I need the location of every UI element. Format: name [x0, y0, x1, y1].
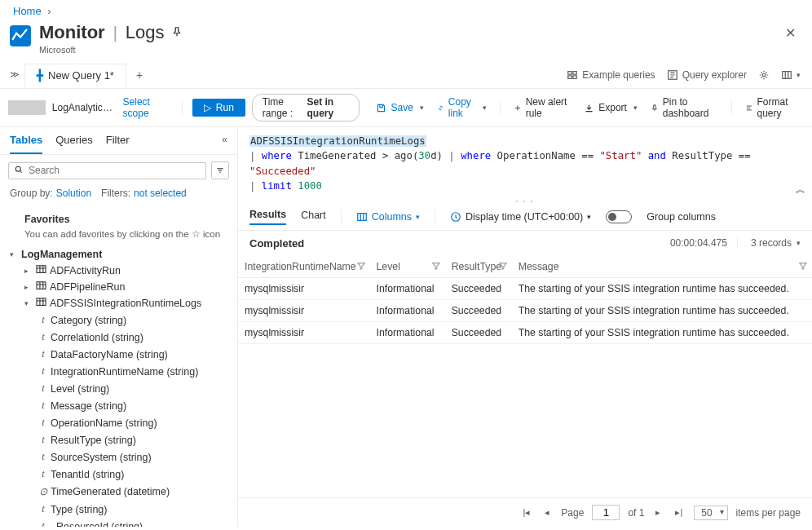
new-alert-button[interactable]: New alert rule — [510, 95, 574, 121]
query-explorer-button[interactable]: Query explorer — [667, 69, 747, 81]
results-tab[interactable]: Results — [249, 209, 286, 225]
filters-value[interactable]: not selected — [134, 188, 187, 199]
tree-column[interactable]: tCorrelationId (string) — [0, 329, 237, 346]
time-range-picker[interactable]: Time range : Set in query — [252, 94, 360, 121]
tree-column[interactable]: ⊙TimeGenerated (datetime) — [0, 483, 237, 501]
pager-first[interactable]: |◂ — [519, 506, 533, 519]
tree-table[interactable]: ▸ADFPipelineRun — [0, 279, 237, 295]
table-icon — [36, 281, 46, 293]
group-by-value[interactable]: Solution — [56, 188, 91, 199]
sidebar-tab-tables[interactable]: Tables — [10, 134, 42, 154]
tree-table[interactable]: ▾ADFSSISIntegrationRuntimeLogs — [0, 295, 237, 311]
save-button[interactable]: Save — [373, 100, 426, 115]
collapse-editor-icon[interactable]: ︽ — [796, 182, 805, 197]
column-header[interactable]: Level — [370, 256, 445, 278]
tree-column[interactable]: t_ResourceId (string) — [0, 518, 237, 527]
filter-icon[interactable] — [357, 261, 365, 272]
tree-column[interactable]: tIntegrationRuntimeName (string) — [0, 363, 237, 380]
table-row[interactable]: mysqlmissisirInformationalSucceededThe s… — [238, 299, 812, 321]
new-tab-button[interactable]: + — [126, 64, 152, 86]
sidebar-tab-filter[interactable]: Filter — [106, 134, 130, 154]
favorites-heading: Favorites — [0, 209, 237, 227]
table-row[interactable]: mysqlmissisirInformationalSucceededThe s… — [238, 321, 812, 343]
filter-icon[interactable] — [799, 261, 807, 272]
display-time-picker[interactable]: Display time (UTC+00:00)▾ — [450, 211, 591, 223]
run-button[interactable]: ▷ Run — [192, 99, 245, 117]
tree-column[interactable]: tOperationName (string) — [0, 414, 237, 431]
monitor-icon — [10, 25, 31, 46]
pin-dashboard-button[interactable]: Pin to dashboard — [647, 95, 722, 121]
pager-size-select[interactable]: 50 — [694, 506, 727, 520]
group-columns-label: Group columns — [647, 211, 716, 223]
status-row: Completed 00:00:04.475 3 records ▾ — [238, 231, 812, 256]
tree-column[interactable]: tSourceSystem (string) — [0, 448, 237, 466]
page-title: Monitor — [39, 22, 105, 43]
org-label: Microsoft — [39, 45, 782, 55]
table-row[interactable]: mysqlmissisirInformationalSucceededThe s… — [238, 277, 812, 299]
collapse-sidebar-icon[interactable]: « — [222, 134, 227, 154]
column-header[interactable]: ResultType — [445, 256, 512, 278]
table-icon — [36, 265, 46, 276]
format-query-button[interactable]: Format query — [742, 95, 804, 121]
chevron-down-icon[interactable]: ▾ — [797, 239, 801, 247]
table-icon — [36, 298, 46, 309]
tree-column[interactable]: tType (string) — [0, 501, 237, 518]
column-header[interactable]: IntegrationRuntimeName — [238, 256, 370, 278]
pager-last[interactable]: ▸| — [672, 506, 686, 519]
svg-rect-1 — [573, 71, 576, 74]
pager-prev[interactable]: ◂ — [541, 506, 553, 519]
filter-icon[interactable] — [499, 261, 507, 272]
svg-rect-6 — [783, 71, 792, 78]
page-subtitle: Logs — [126, 22, 165, 43]
schema-tree: Favorites You can add favorites by click… — [0, 205, 237, 527]
group-by-label: Group by: — [10, 188, 53, 199]
tree-column[interactable]: tDataFactoryName (string) — [0, 346, 237, 363]
columns-picker[interactable]: Columns▾ — [356, 211, 420, 223]
tree-table[interactable]: ▸ADFActivityRun — [0, 263, 237, 279]
search-input[interactable] — [29, 165, 201, 176]
expand-sidebar-icon[interactable]: ≫ — [5, 69, 24, 80]
query-table-token: ADFSSISIntegrationRuntimeLogs — [249, 135, 426, 147]
workspace-name[interactable]: LogAnalyticsWo… — [52, 102, 113, 113]
svg-rect-0 — [568, 71, 571, 74]
tree-column[interactable]: tCategory (string) — [0, 311, 237, 329]
elapsed-time: 00:00:04.475 — [670, 237, 727, 249]
select-scope-link[interactable]: Select scope — [123, 96, 165, 119]
query-tab-strip: ≫ ╋ New Query 1* + Example queries Query… — [0, 61, 812, 89]
pager-page-input[interactable] — [592, 505, 620, 520]
filter-icon[interactable] — [432, 261, 440, 272]
panels-icon[interactable]: ▾ — [781, 69, 801, 81]
tree-column[interactable]: tLevel (string) — [0, 380, 237, 397]
export-button[interactable]: Export — [580, 100, 641, 115]
pager-next[interactable]: ▸ — [652, 506, 664, 519]
example-queries-button[interactable]: Example queries — [567, 69, 655, 81]
record-count: 3 records — [751, 237, 792, 249]
svg-point-5 — [762, 73, 766, 77]
query-tab-active[interactable]: ╋ New Query 1* — [24, 64, 126, 88]
group-columns-toggle[interactable] — [606, 210, 632, 223]
breadcrumb-separator: › — [47, 5, 51, 17]
play-icon: ▷ — [204, 102, 211, 113]
chart-tab[interactable]: Chart — [301, 210, 326, 224]
sidebar-tab-queries[interactable]: Queries — [55, 134, 93, 154]
results-grid: IntegrationRuntimeNameLevelResultTypeMes… — [238, 256, 812, 497]
tree-column[interactable]: tTenantId (string) — [0, 466, 237, 483]
settings-icon[interactable] — [758, 69, 770, 81]
close-button[interactable]: ✕ — [782, 22, 799, 44]
tree-column[interactable]: tResultType (string) — [0, 431, 237, 448]
svg-rect-14 — [357, 213, 366, 220]
svg-rect-8 — [37, 266, 46, 273]
status-completed: Completed — [249, 237, 304, 250]
tab-indicator-icon: ╋ — [37, 69, 43, 82]
tree-group-logmanagement[interactable]: ▾LogManagement — [0, 246, 237, 263]
tree-column[interactable]: tMessage (string) — [0, 397, 237, 414]
column-header[interactable]: Message — [512, 256, 812, 278]
pin-icon[interactable] — [171, 26, 183, 40]
search-input-wrapper[interactable] — [8, 162, 206, 179]
query-tab-label: New Query 1* — [48, 69, 114, 82]
svg-rect-3 — [573, 75, 576, 78]
sort-button[interactable] — [211, 161, 229, 179]
query-editor[interactable]: ADFSSISIntegrationRuntimeLogs | where Ti… — [238, 127, 812, 199]
copy-link-button[interactable]: Copy link — [434, 95, 490, 121]
breadcrumb-home[interactable]: Home — [13, 5, 42, 17]
